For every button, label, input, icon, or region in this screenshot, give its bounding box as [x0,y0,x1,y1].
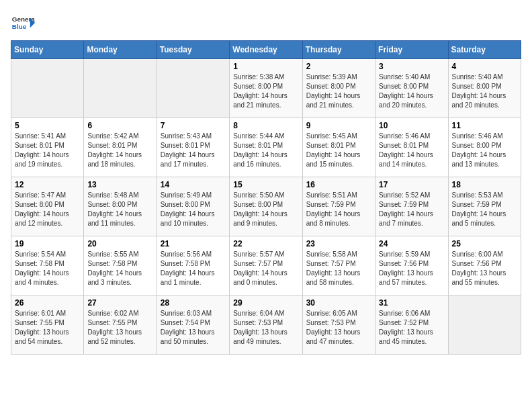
calendar-day-22: 22Sunrise: 5:57 AMSunset: 7:57 PMDayligh… [230,236,302,295]
calendar-day-15: 15Sunrise: 5:50 AMSunset: 8:00 PMDayligh… [230,177,302,236]
weekday-header-saturday: Saturday [448,41,521,59]
day-info: Sunrise: 6:02 AMSunset: 7:55 PMDaylight:… [87,309,152,347]
day-number: 29 [233,298,298,308]
calendar-day-9: 9Sunrise: 5:45 AMSunset: 8:01 PMDaylight… [302,118,375,177]
weekday-header-friday: Friday [375,41,448,59]
day-number: 20 [87,239,152,248]
calendar-day-27: 27Sunrise: 6:02 AMSunset: 7:55 PMDayligh… [84,295,157,355]
day-info: Sunrise: 5:45 AMSunset: 8:01 PMDaylight:… [306,132,371,169]
svg-text:Blue: Blue [12,23,27,30]
day-number: 18 [452,180,517,189]
day-number: 27 [87,298,152,308]
calendar-day-24: 24Sunrise: 5:59 AMSunset: 7:56 PMDayligh… [375,236,448,295]
day-info: Sunrise: 5:39 AMSunset: 8:00 PMDaylight:… [306,73,371,110]
day-info: Sunrise: 5:38 AMSunset: 8:00 PMDaylight:… [233,73,298,110]
calendar-header: SundayMondayTuesdayWednesdayThursdayFrid… [11,41,521,59]
day-number: 12 [15,180,80,189]
day-number: 3 [379,62,444,71]
day-number: 28 [161,298,226,308]
day-info: Sunrise: 6:04 AMSunset: 7:53 PMDaylight:… [233,309,298,347]
calendar-day-31: 31Sunrise: 6:06 AMSunset: 7:52 PMDayligh… [375,295,448,355]
day-info: Sunrise: 5:54 AMSunset: 7:58 PMDaylight:… [15,250,80,287]
day-number: 21 [161,239,226,248]
page-header: General Blue [11,11,521,35]
calendar-day-12: 12Sunrise: 5:47 AMSunset: 8:00 PMDayligh… [11,177,84,236]
day-number: 23 [306,239,371,248]
day-info: Sunrise: 5:41 AMSunset: 8:01 PMDaylight:… [15,132,80,169]
weekday-header-sunday: Sunday [11,41,84,59]
calendar-week-row: 19Sunrise: 5:54 AMSunset: 7:58 PMDayligh… [11,236,521,295]
day-number: 1 [233,62,298,71]
day-number: 11 [452,121,517,130]
empty-cell [157,59,229,118]
empty-cell [11,59,84,118]
weekday-header-tuesday: Tuesday [157,41,229,59]
day-info: Sunrise: 5:51 AMSunset: 7:59 PMDaylight:… [306,191,371,228]
day-number: 7 [161,121,226,130]
day-number: 15 [233,180,298,189]
calendar-week-row: 12Sunrise: 5:47 AMSunset: 8:00 PMDayligh… [11,177,521,236]
day-info: Sunrise: 6:01 AMSunset: 7:55 PMDaylight:… [15,309,80,347]
calendar-table: SundayMondayTuesdayWednesdayThursdayFrid… [11,40,521,355]
day-info: Sunrise: 5:47 AMSunset: 8:00 PMDaylight:… [15,191,80,228]
calendar-day-28: 28Sunrise: 6:03 AMSunset: 7:54 PMDayligh… [157,295,229,355]
day-info: Sunrise: 5:46 AMSunset: 8:01 PMDaylight:… [379,132,444,169]
calendar-day-11: 11Sunrise: 5:46 AMSunset: 8:00 PMDayligh… [448,118,521,177]
day-number: 2 [306,62,371,71]
day-number: 25 [452,239,517,248]
calendar-day-10: 10Sunrise: 5:46 AMSunset: 8:01 PMDayligh… [375,118,448,177]
weekday-header-row: SundayMondayTuesdayWednesdayThursdayFrid… [11,41,521,59]
calendar-week-row: 26Sunrise: 6:01 AMSunset: 7:55 PMDayligh… [11,295,521,355]
calendar-day-4: 4Sunrise: 5:40 AMSunset: 8:00 PMDaylight… [448,59,521,118]
calendar-day-18: 18Sunrise: 5:53 AMSunset: 7:59 PMDayligh… [448,177,521,236]
day-number: 26 [15,298,80,308]
calendar-day-2: 2Sunrise: 5:39 AMSunset: 8:00 PMDaylight… [302,59,375,118]
logo: General Blue [11,11,35,35]
day-info: Sunrise: 5:40 AMSunset: 8:00 PMDaylight:… [452,73,517,110]
calendar-week-row: 1Sunrise: 5:38 AMSunset: 8:00 PMDaylight… [11,59,521,118]
day-info: Sunrise: 5:44 AMSunset: 8:01 PMDaylight:… [233,132,298,169]
calendar-day-16: 16Sunrise: 5:51 AMSunset: 7:59 PMDayligh… [302,177,375,236]
calendar-day-7: 7Sunrise: 5:43 AMSunset: 8:01 PMDaylight… [157,118,229,177]
day-number: 5 [15,121,80,130]
calendar-day-23: 23Sunrise: 5:58 AMSunset: 7:57 PMDayligh… [302,236,375,295]
day-number: 9 [306,121,371,130]
weekday-header-thursday: Thursday [302,41,375,59]
calendar-day-19: 19Sunrise: 5:54 AMSunset: 7:58 PMDayligh… [11,236,84,295]
day-info: Sunrise: 6:05 AMSunset: 7:53 PMDaylight:… [306,309,371,347]
day-info: Sunrise: 5:43 AMSunset: 8:01 PMDaylight:… [161,132,226,169]
day-info: Sunrise: 5:49 AMSunset: 8:00 PMDaylight:… [161,191,226,228]
calendar-day-3: 3Sunrise: 5:40 AMSunset: 8:00 PMDaylight… [375,59,448,118]
day-number: 19 [15,239,80,248]
day-number: 10 [379,121,444,130]
calendar-day-21: 21Sunrise: 5:56 AMSunset: 7:58 PMDayligh… [157,236,229,295]
day-number: 4 [452,62,517,71]
calendar-day-8: 8Sunrise: 5:44 AMSunset: 8:01 PMDaylight… [230,118,302,177]
calendar-body: 1Sunrise: 5:38 AMSunset: 8:00 PMDaylight… [11,59,521,355]
calendar-day-14: 14Sunrise: 5:49 AMSunset: 8:00 PMDayligh… [157,177,229,236]
day-number: 17 [379,180,444,189]
day-info: Sunrise: 5:57 AMSunset: 7:57 PMDaylight:… [233,250,298,287]
weekday-header-monday: Monday [84,41,157,59]
day-number: 16 [306,180,371,189]
day-info: Sunrise: 5:55 AMSunset: 7:58 PMDaylight:… [87,250,152,287]
day-info: Sunrise: 6:06 AMSunset: 7:52 PMDaylight:… [379,309,444,347]
day-info: Sunrise: 6:00 AMSunset: 7:56 PMDaylight:… [452,250,517,287]
calendar-day-20: 20Sunrise: 5:55 AMSunset: 7:58 PMDayligh… [84,236,157,295]
day-info: Sunrise: 5:48 AMSunset: 8:00 PMDaylight:… [87,191,152,228]
calendar-day-1: 1Sunrise: 5:38 AMSunset: 8:00 PMDaylight… [230,59,302,118]
weekday-header-wednesday: Wednesday [230,41,302,59]
day-number: 14 [161,180,226,189]
calendar-day-5: 5Sunrise: 5:41 AMSunset: 8:01 PMDaylight… [11,118,84,177]
calendar-day-17: 17Sunrise: 5:52 AMSunset: 7:59 PMDayligh… [375,177,448,236]
day-info: Sunrise: 5:58 AMSunset: 7:57 PMDaylight:… [306,250,371,287]
day-number: 30 [306,298,371,308]
day-number: 6 [87,121,152,130]
day-number: 13 [87,180,152,189]
calendar-day-6: 6Sunrise: 5:42 AMSunset: 8:01 PMDaylight… [84,118,157,177]
day-info: Sunrise: 6:03 AMSunset: 7:54 PMDaylight:… [161,309,226,347]
empty-cell [84,59,157,118]
day-number: 22 [233,239,298,248]
calendar-day-13: 13Sunrise: 5:48 AMSunset: 8:00 PMDayligh… [84,177,157,236]
day-info: Sunrise: 5:42 AMSunset: 8:01 PMDaylight:… [87,132,152,169]
